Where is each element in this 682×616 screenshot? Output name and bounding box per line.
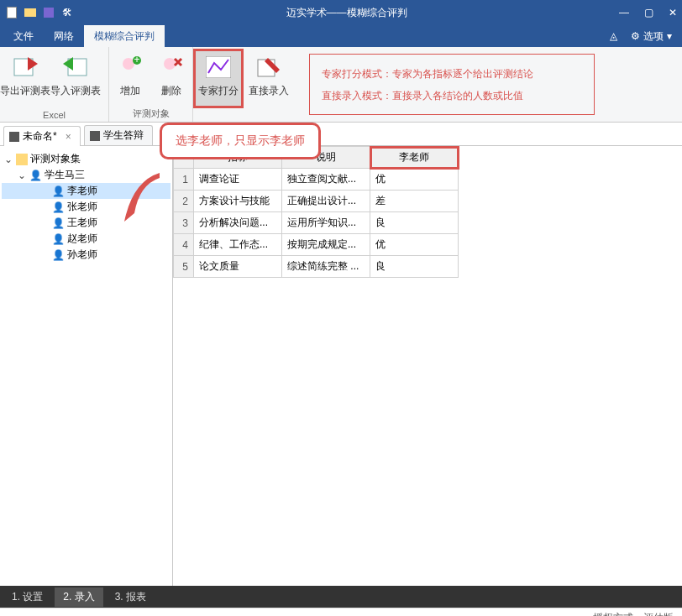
save-icon[interactable] xyxy=(42,6,55,19)
menu-fuzzy[interactable]: 模糊综合评判 xyxy=(84,25,165,47)
tools-icon[interactable]: 🛠 xyxy=(60,6,74,19)
table-row[interactable]: 4纪律、工作态...按期完成规定...优 xyxy=(174,234,459,256)
menu-file[interactable]: 文件 xyxy=(3,25,44,47)
callout-pointer xyxy=(124,173,166,223)
table-row[interactable]: 2方案设计与技能正确提出设计...差 xyxy=(174,191,459,212)
delete-user-icon xyxy=(158,54,185,81)
callout-annotation: 选李老师，只显示李老师 xyxy=(160,123,321,159)
data-grid: 指标 说明 李老师 1调查论证独立查阅文献...优 2方案设计与技能正确提出设计… xyxy=(173,146,459,278)
export-table-button[interactable]: 导出评测表 xyxy=(0,49,50,108)
maximize-button[interactable]: ▢ xyxy=(644,7,653,18)
mode-line-2: 直接录入模式：直接录入各结论的人数或比值 xyxy=(322,85,582,107)
bottom-tab-input[interactable]: 2. 录入 xyxy=(55,587,102,607)
ribbon-group-excel: Excel xyxy=(0,108,108,122)
close-tab-icon[interactable]: × xyxy=(66,131,71,143)
open-folder-icon[interactable] xyxy=(24,6,37,19)
ribbon-group-target: 评测对象 xyxy=(109,106,192,122)
tree-root[interactable]: ⌄评测对象集 xyxy=(2,151,170,167)
cube-icon xyxy=(90,131,100,141)
svg-point-5 xyxy=(164,58,176,70)
mode-line-1: 专家打分模式：专家为各指标逐个给出评测结论 xyxy=(322,63,582,85)
svg-text:+: + xyxy=(134,55,139,65)
folder-icon xyxy=(16,154,28,165)
ribbon: 导出评测表 导入评测表 Excel + 增加 删除 评测对象 专家打分 xyxy=(0,47,682,123)
gear-icon: ⚙ xyxy=(631,30,640,42)
workspace: ⌄评测对象集 ⌄👤学生马三 👤李老师 👤张老师 👤王老师 👤赵老师 👤孙老师 指… xyxy=(0,146,682,586)
callout-text: 选李老师，只显示李老师 xyxy=(160,123,321,159)
menubar: 文件 网络 模糊综合评判 ◬ ⚙选项▾ xyxy=(0,25,682,47)
app-title: 迈实学术——模糊综合评判 xyxy=(74,6,619,20)
doc-tab-student[interactable]: 学生答辩 xyxy=(84,125,153,145)
person-icon: 👤 xyxy=(29,170,42,181)
grid-pane: 指标 说明 李老师 1调查论证独立查阅文献...优 2方案设计与技能正确提出设计… xyxy=(173,146,682,586)
doc-tab-unnamed[interactable]: 未命名*× xyxy=(3,126,81,146)
help-icon[interactable]: ◬ xyxy=(603,25,624,47)
import-icon xyxy=(62,54,89,81)
svg-point-2 xyxy=(123,58,134,70)
import-table-button[interactable]: 导入评测表 xyxy=(50,49,101,108)
person-icon: 👤 xyxy=(52,249,65,261)
table-row[interactable]: 1调查论证独立查阅文献...优 xyxy=(174,169,459,191)
delete-button[interactable]: 删除 xyxy=(151,49,193,106)
options-menu[interactable]: ⚙选项▾ xyxy=(624,25,679,47)
chevron-down-icon: ▾ xyxy=(667,30,672,42)
chart-icon xyxy=(205,54,232,81)
table-row[interactable]: 5论文质量综述简练完整 ...良 xyxy=(174,256,459,278)
add-button[interactable]: + 增加 xyxy=(109,49,151,106)
close-button[interactable]: ✕ xyxy=(669,7,677,18)
export-icon xyxy=(12,54,39,81)
collapse-icon[interactable]: ⌄ xyxy=(17,170,27,181)
tree-teacher-zhao[interactable]: 👤赵老师 xyxy=(2,231,170,247)
mode-description-box: 专家打分模式：专家为各指标逐个给出评测结论 直接录入模式：直接录入各结论的人数或… xyxy=(309,54,595,115)
edit-icon xyxy=(255,54,282,81)
direct-input-button[interactable]: 直接录入 xyxy=(244,49,294,108)
cube-icon xyxy=(9,132,19,142)
minimize-button[interactable]: — xyxy=(619,7,629,18)
person-icon: 👤 xyxy=(52,217,65,229)
add-user-icon: + xyxy=(117,54,144,81)
person-icon: 👤 xyxy=(52,233,65,245)
titlebar: 🛠 迈实学术——模糊综合评判 — ▢ ✕ xyxy=(0,0,682,25)
col-teacher-li[interactable]: 李老师 xyxy=(370,147,459,169)
person-icon: 👤 xyxy=(52,185,65,197)
tree-teacher-sun[interactable]: 👤孙老师 xyxy=(2,247,170,263)
license-label: 授权方式：评估版 xyxy=(593,611,674,616)
statusbar: 授权方式：评估版 xyxy=(0,608,682,616)
bottom-tab-report[interactable]: 3. 报表 xyxy=(107,587,155,607)
new-doc-icon[interactable] xyxy=(5,6,18,19)
person-icon: 👤 xyxy=(52,201,65,213)
expert-score-button[interactable]: 专家打分 xyxy=(193,49,244,108)
menu-network[interactable]: 网络 xyxy=(44,25,84,47)
bottom-tabs: 1. 设置 2. 录入 3. 报表 xyxy=(0,586,682,608)
document-tabs: 未命名*× 学生答辩 xyxy=(0,123,682,146)
collapse-icon[interactable]: ⌄ xyxy=(3,154,13,165)
table-row[interactable]: 3分析解决问题...运用所学知识...良 xyxy=(174,212,459,234)
bottom-tab-settings[interactable]: 1. 设置 xyxy=(3,587,51,607)
